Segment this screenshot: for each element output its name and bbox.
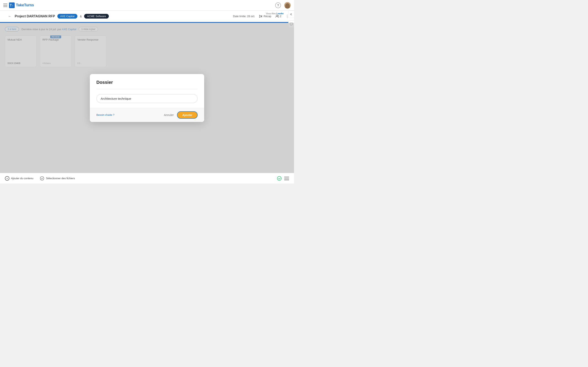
help-link[interactable]: Besoin d'aide ?	[96, 113, 114, 117]
bottom-bar: + Ajouter du contenu Sélectionner des fi…	[0, 173, 294, 184]
cancel-button[interactable]: Annuler	[164, 113, 174, 117]
logo-icon: T↑	[9, 2, 15, 8]
add-button[interactable]: Ajouter	[177, 111, 198, 119]
app-name: TakeTurns	[16, 3, 34, 7]
dialog-body	[90, 89, 204, 108]
you-etes-label: Vous êtes Leader	[266, 12, 284, 15]
header-left: T↑ TakeTurns	[3, 2, 34, 8]
back-button[interactable]: ←	[8, 15, 11, 18]
tag-acme-software[interactable]: ACME Software	[84, 14, 109, 18]
svg-point-6	[40, 176, 44, 180]
list-view-icon[interactable]	[284, 176, 289, 180]
svg-marker-2	[259, 15, 261, 17]
header-right: ?	[275, 2, 291, 8]
bottom-right	[277, 176, 289, 181]
tag-axe-capital[interactable]: AXE Capital	[57, 14, 77, 18]
dialog-actions: Annuler Ajouter	[164, 111, 198, 119]
modal-overlay: Dossier Besoin d'aide ? Annuler Ajouter	[0, 23, 294, 173]
content-area: 3 à faire Dernière mise à jour le 24 jui…	[0, 23, 294, 173]
complete-icon[interactable]	[277, 176, 282, 181]
collapse-sidebar-button[interactable]	[288, 11, 294, 18]
help-icon[interactable]: ?	[275, 2, 281, 8]
avatar[interactable]	[284, 2, 291, 8]
dialog-header: Dossier	[90, 74, 204, 89]
project-title: Project DARTAGNAN RFP	[15, 15, 55, 18]
folder-name-input[interactable]	[96, 94, 198, 103]
sub-header: Vous êtes Leader ← Project DARTAGNAN RFP…	[0, 11, 294, 22]
recap-icon	[259, 15, 262, 18]
app-header: T↑ TakeTurns ?	[0, 0, 294, 11]
recap-button[interactable]: Récap	[259, 15, 271, 18]
dossier-dialog: Dossier Besoin d'aide ? Annuler Ajouter	[90, 74, 204, 122]
add-content-icon: +	[5, 176, 9, 181]
date-limit: Date limite: 28 oct.	[233, 15, 255, 18]
add-content-button[interactable]: + Ajouter du contenu	[5, 176, 33, 181]
users-icon	[276, 15, 279, 18]
dialog-footer: Besoin d'aide ? Annuler Ajouter	[90, 108, 204, 122]
ampersand-separator: &	[80, 15, 82, 18]
logo[interactable]: T↑ TakeTurns	[9, 2, 34, 8]
select-files-button[interactable]: Sélectionner des fichiers	[40, 176, 75, 181]
svg-text:T↑: T↑	[10, 4, 13, 7]
menu-icon[interactable]	[3, 4, 7, 7]
dialog-title: Dossier	[96, 80, 198, 85]
users-count[interactable]: 2	[276, 15, 281, 18]
select-files-icon	[40, 176, 44, 181]
chevrons-left-icon	[290, 13, 293, 16]
svg-point-7	[277, 176, 281, 180]
